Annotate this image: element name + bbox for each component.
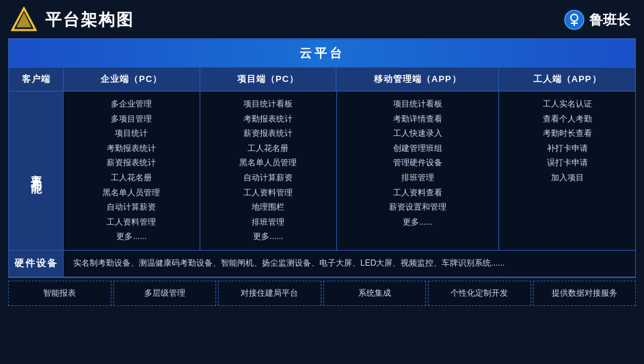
hardware-content: 实名制考勤设备、测温健康码考勤设备、智能闸机、扬尘监测设备、电子大屏、LED大屏… — [64, 251, 635, 277]
feature-item: 工人快速录入 — [341, 126, 494, 141]
mobile-features: 项目统计看板考勤详情查看工人快速录入创建管理班组管理硬件设备排班管理工人资料查看… — [337, 92, 499, 250]
feature-item: 考勤报表统计 — [204, 112, 332, 127]
feature-item: 项目统计看板 — [341, 97, 494, 112]
feature-item: 管理硬件设备 — [341, 156, 494, 171]
brand-logo: 鲁班长 — [563, 9, 630, 31]
feature-item: 误打卡申请 — [503, 156, 631, 171]
feature-item: 项目统计看板 — [204, 97, 332, 112]
project-features: 项目统计看板考勤报表统计薪资报表统计工人花名册黑名单人员管理自动计算薪资工人资料… — [200, 92, 337, 250]
bottom-feature-item: 对接住建局平台 — [218, 281, 321, 306]
enterprise-features: 多企业管理多项目管理项目统计考勤报表统计薪资报表统计工人花名册黑名单人员管理自动… — [64, 92, 200, 250]
main-function-label: 主要功能 — [9, 92, 64, 250]
bottom-feature-item: 系统集成 — [323, 281, 427, 306]
feature-item: 多企业管理 — [68, 97, 196, 112]
feature-item: 自动计算薪资 — [68, 200, 196, 215]
feature-item: 更多...... — [68, 229, 196, 244]
bottom-feature-item: 智能报表 — [8, 281, 111, 306]
brand-icon — [563, 9, 585, 31]
bottom-features: 智能报表多层级管理对接住建局平台系统集成个性化定制开发提供数据对接服务 — [8, 281, 636, 306]
worker-features: 工人实名认证查看个人考勤考勤时长查看补打卡申请误打卡申请加入项目 — [499, 92, 635, 250]
feature-item: 排班管理 — [341, 171, 494, 186]
header: 平台架构图 鲁班长 — [0, 0, 644, 38]
feature-item: 工人花名册 — [204, 141, 332, 156]
feature-item: 创建管理班组 — [341, 141, 494, 156]
hardware-row: 硬件设备 实名制考勤设备、测温健康码考勤设备、智能闸机、扬尘监测设备、电子大屏、… — [9, 251, 635, 277]
svg-point-2 — [565, 10, 584, 29]
feature-item: 工人实名认证 — [503, 97, 631, 112]
hardware-label: 硬件设备 — [9, 251, 64, 277]
feature-item: 工人资料查看 — [341, 186, 494, 201]
logo-icon — [11, 7, 37, 33]
col-header-client: 客户端 — [9, 68, 64, 91]
feature-item: 薪资报表统计 — [68, 156, 196, 171]
main-table: 云平台 客户端 企业端（PC） 项目端（PC） 移动管理端（APP） 工人端（A… — [8, 38, 636, 278]
header-left: 平台架构图 — [11, 7, 134, 33]
col-header-mobile: 移动管理端（APP） — [336, 68, 499, 91]
feature-item: 补打卡申请 — [503, 141, 631, 156]
main-function-row: 主要功能 多企业管理多项目管理项目统计考勤报表统计薪资报表统计工人花名册黑名单人… — [9, 92, 635, 251]
feature-item: 黑名单人员管理 — [204, 156, 332, 171]
app-container: 平台架构图 鲁班长 云平台 客户端 企业端（PC） — [0, 0, 644, 364]
feature-item: 更多...... — [341, 215, 494, 230]
col-header-project: 项目端（PC） — [200, 68, 337, 91]
bottom-feature-item: 提供数据对接服务 — [533, 281, 636, 306]
feature-item: 考勤时长查看 — [503, 126, 631, 141]
cloud-platform-row: 云平台 — [9, 39, 635, 68]
feature-item: 排班管理 — [204, 215, 332, 230]
bottom-feature-item: 多层级管理 — [113, 281, 217, 306]
feature-item: 更多...... — [204, 229, 332, 244]
feature-item: 薪资报表统计 — [204, 126, 332, 141]
feature-item: 黑名单人员管理 — [68, 186, 196, 201]
cloud-platform-label: 云平台 — [299, 46, 345, 60]
feature-item: 考勤报表统计 — [68, 141, 196, 156]
feature-item: 查看个人考勤 — [503, 112, 631, 127]
page-title: 平台架构图 — [45, 9, 134, 31]
feature-item: 工人资料管理 — [68, 215, 196, 230]
feature-item: 工人资料管理 — [204, 186, 332, 201]
bottom-feature-item: 个性化定制开发 — [428, 281, 531, 306]
feature-item: 加入项目 — [503, 171, 631, 186]
feature-item: 薪资设置和管理 — [341, 200, 494, 215]
brand-name: 鲁班长 — [589, 11, 630, 29]
feature-item: 多项目管理 — [68, 112, 196, 127]
feature-item: 自动计算薪资 — [204, 171, 332, 186]
feature-item: 考勤详情查看 — [341, 112, 494, 127]
feature-item: 地理围栏 — [204, 200, 332, 215]
feature-item: 项目统计 — [68, 126, 196, 141]
col-header-enterprise: 企业端（PC） — [64, 68, 200, 91]
col-header-worker: 工人端（APP） — [499, 68, 635, 91]
column-headers: 客户端 企业端（PC） 项目端（PC） 移动管理端（APP） 工人端（APP） — [9, 68, 635, 92]
feature-item: 工人花名册 — [68, 171, 196, 186]
